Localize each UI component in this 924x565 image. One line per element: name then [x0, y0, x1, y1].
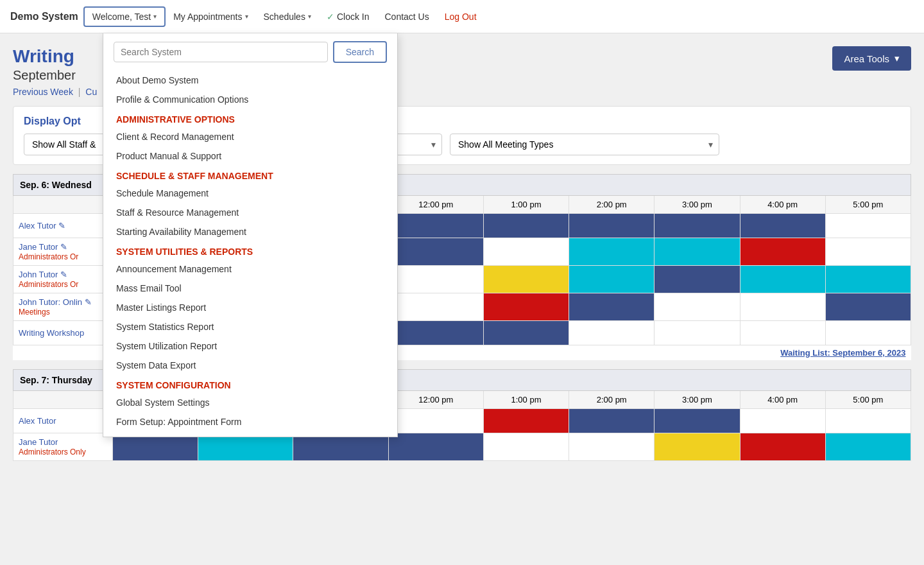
staff-link[interactable]: Writing Workshop	[19, 328, 84, 338]
time-header-cell: 4:00 pm	[740, 391, 825, 409]
time-slot-cell[interactable]	[483, 293, 569, 321]
time-slot-cell[interactable]	[825, 238, 911, 266]
staff-link[interactable]: Jane Tutor	[19, 242, 58, 252]
time-slot-cell[interactable]	[740, 214, 825, 238]
time-slot-cell[interactable]	[654, 214, 740, 238]
staff-cell: John Tutor ✎Administrators Or	[13, 266, 113, 293]
staff-link[interactable]: John Tutor: Onlin	[19, 297, 82, 307]
search-input[interactable]	[114, 42, 328, 62]
edit-icon[interactable]: ✎	[85, 297, 92, 307]
starting-avail-item[interactable]: Starting Availability Management	[103, 222, 397, 241]
time-slot-cell[interactable]	[483, 433, 569, 461]
time-slot-cell[interactable]	[388, 214, 483, 238]
time-slot-cell[interactable]	[825, 214, 911, 238]
edit-icon[interactable]: ✎	[60, 242, 67, 252]
time-slot-cell[interactable]	[654, 238, 740, 266]
search-row: Search	[103, 41, 397, 71]
staff-resource-item[interactable]: Staff & Resource Management	[103, 203, 397, 222]
time-slot-cell[interactable]	[825, 293, 911, 321]
area-tools-label: Area Tools	[844, 53, 889, 64]
edit-icon[interactable]: ✎	[58, 221, 65, 230]
time-slot-cell[interactable]	[825, 321, 911, 345]
time-slot-cell[interactable]	[483, 238, 569, 266]
schedule-mgmt-item[interactable]: Schedule Management	[103, 184, 397, 203]
area-tools-caret: ▾	[894, 53, 900, 64]
staff-link[interactable]: Alex Tutor	[19, 221, 56, 230]
prev-week-link[interactable]: Previous Week	[13, 87, 73, 97]
time-slot-cell[interactable]	[569, 433, 654, 461]
search-button[interactable]: Search	[333, 41, 387, 63]
time-slot-cell[interactable]	[569, 321, 654, 345]
system-data-item[interactable]: System Data Export	[103, 356, 397, 375]
time-slot-cell[interactable]	[569, 293, 654, 321]
time-slot-cell[interactable]	[825, 409, 911, 433]
time-slot-cell[interactable]	[483, 266, 569, 293]
time-header-cell: 12:00 pm	[388, 196, 483, 214]
time-slot-cell[interactable]	[740, 433, 825, 461]
time-slot-cell[interactable]	[740, 293, 825, 321]
staff-link[interactable]: John Tutor	[19, 270, 58, 279]
time-slot-cell[interactable]	[388, 266, 483, 293]
time-slot-cell[interactable]	[654, 409, 740, 433]
time-slot-cell[interactable]	[825, 266, 911, 293]
check-icon: ✓	[327, 12, 334, 22]
time-slot-cell[interactable]	[569, 214, 654, 238]
announcement-item[interactable]: Announcement Management	[103, 259, 397, 279]
time-slot-cell[interactable]	[569, 266, 654, 293]
time-slot-cell[interactable]	[825, 433, 911, 461]
config-header: SYSTEM CONFIGURATION	[103, 375, 397, 393]
time-slot-cell[interactable]	[388, 433, 483, 461]
area-tools-button[interactable]: Area Tools ▾	[832, 46, 911, 71]
client-item[interactable]: Client & Record Management	[103, 127, 397, 146]
staff-link[interactable]: Alex Tutor	[19, 416, 56, 426]
edit-icon[interactable]: ✎	[60, 270, 67, 279]
meeting-select[interactable]: Show All Meeting Types	[450, 134, 719, 155]
waiting-list-link[interactable]: Waiting List: September 6, 2023	[780, 348, 905, 358]
schedules-menu[interactable]: Schedules ▾	[256, 8, 319, 26]
time-slot-cell[interactable]	[388, 238, 483, 266]
time-header-cell: 2:00 pm	[569, 391, 654, 409]
welcome-caret: ▾	[153, 13, 157, 20]
clock-in-menu[interactable]: ✓ Clock In	[319, 8, 377, 26]
time-slot-cell[interactable]	[569, 409, 654, 433]
product-item[interactable]: Product Manual & Support	[103, 146, 397, 166]
welcome-menu[interactable]: Welcome, Test ▾	[83, 6, 166, 27]
appointments-menu[interactable]: My Appointments ▾	[166, 8, 255, 26]
time-slot-cell[interactable]	[654, 321, 740, 345]
staff-sub-label: Meetings	[19, 308, 50, 317]
time-slot-cell[interactable]	[740, 409, 825, 433]
system-utilization-item[interactable]: System Utilization Report	[103, 336, 397, 356]
time-slot-cell[interactable]	[740, 321, 825, 345]
current-week-link[interactable]: Cu	[85, 87, 97, 97]
time-slot-cell[interactable]	[740, 266, 825, 293]
time-slot-cell[interactable]	[740, 238, 825, 266]
profile-item[interactable]: Profile & Communication Options	[103, 90, 397, 109]
global-settings-item[interactable]: Global System Settings	[103, 393, 397, 412]
mass-email-item[interactable]: Mass Email Tool	[103, 279, 397, 298]
time-slot-cell[interactable]	[569, 238, 654, 266]
time-header-cell: 4:00 pm	[740, 196, 825, 214]
schedules-label: Schedules	[264, 12, 305, 22]
time-slot-cell[interactable]	[483, 409, 569, 433]
staff-cell: Alex Tutor ✎	[13, 214, 113, 238]
time-slot-cell[interactable]	[483, 214, 569, 238]
clock-in-label: Clock In	[337, 12, 370, 22]
time-slot-cell[interactable]	[654, 266, 740, 293]
time-header-cell: 5:00 pm	[825, 391, 911, 409]
time-slot-cell[interactable]	[388, 409, 483, 433]
logout-menu[interactable]: Log Out	[437, 8, 484, 26]
system-stats-item[interactable]: System Statistics Report	[103, 317, 397, 336]
master-listings-item[interactable]: Master Listings Report	[103, 298, 397, 317]
time-slot-cell[interactable]	[388, 293, 483, 321]
contact-menu[interactable]: Contact Us	[377, 8, 436, 26]
time-slot-cell[interactable]	[388, 321, 483, 345]
about-item[interactable]: About Demo System	[103, 71, 397, 90]
time-slot-cell[interactable]	[654, 293, 740, 321]
form-setup-item[interactable]: Form Setup: Appointment Form	[103, 412, 397, 431]
time-slot-cell[interactable]	[654, 433, 740, 461]
time-slot-cell[interactable]	[483, 321, 569, 345]
schedule-header: SCHEDULE & STAFF MANAGEMENT	[103, 166, 397, 184]
welcome-dropdown: Search About Demo System Profile & Commu…	[103, 33, 398, 437]
staff-link[interactable]: Jane Tutor	[19, 437, 58, 447]
staff-cell: Jane Tutor ✎Administrators Or	[13, 238, 113, 266]
